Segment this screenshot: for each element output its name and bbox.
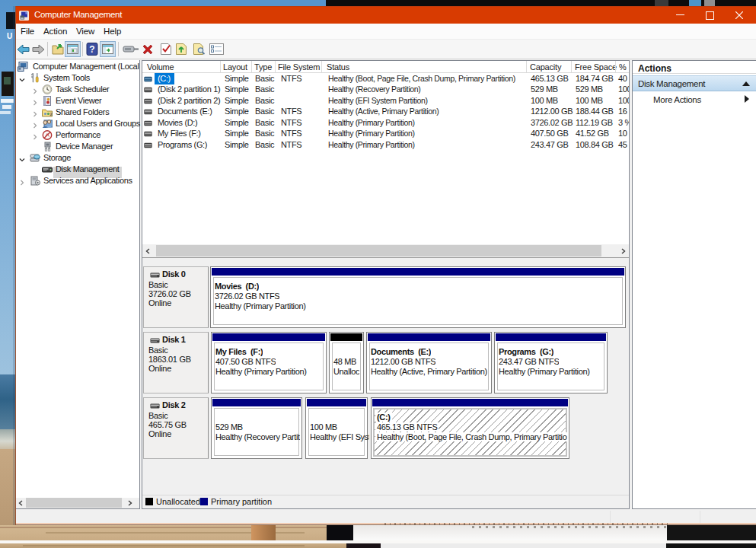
svg-text:2: 2 bbox=[50, 112, 53, 116]
svg-text:?: ? bbox=[89, 44, 94, 55]
